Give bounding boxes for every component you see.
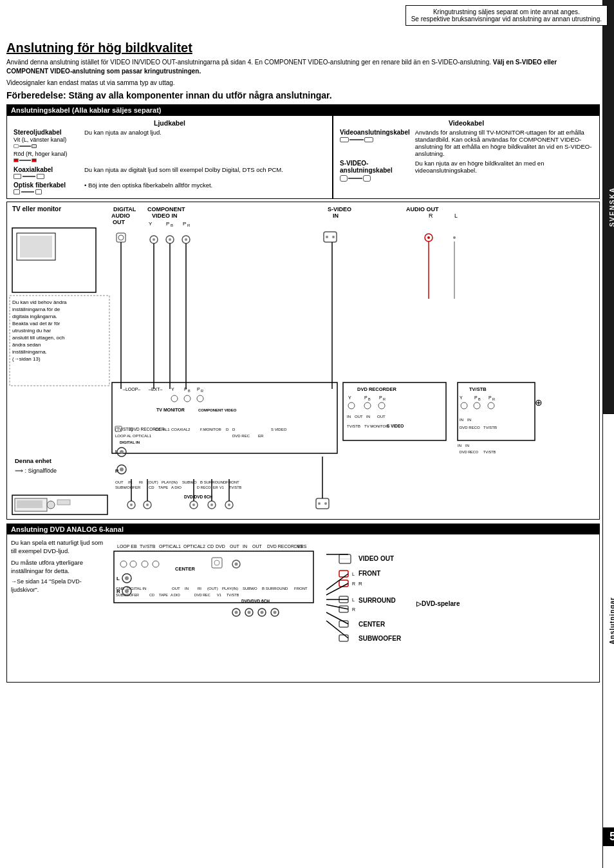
svg-point-220 bbox=[125, 589, 129, 593]
analog-diagram-svg: LOOP EB TV/STB OPTICAL1 OPTICAL2 CD DVD … bbox=[107, 538, 539, 677]
svg-text:B SURROUND: B SURROUND bbox=[262, 587, 288, 590]
cable-table: Anslutningskabel (Alla kablar säljes sep… bbox=[6, 104, 600, 199]
svg-text:B: B bbox=[188, 389, 191, 393]
svg-text:PLAY(IN): PLAY(IN) bbox=[162, 480, 178, 484]
svg-point-33 bbox=[453, 236, 456, 239]
svg-text:OUT: OUT bbox=[230, 544, 240, 549]
svg-text:AUDIO OUT: AUDIO OUT bbox=[406, 206, 439, 212]
svg-text:Beakta vad det är för: Beakta vad det är för bbox=[12, 321, 60, 326]
svg-text:LOOP AL: LOOP AL bbox=[115, 434, 132, 438]
svg-text:FRONT: FRONT bbox=[294, 587, 308, 590]
svg-text:▷DVD-spelare: ▷DVD-spelare bbox=[416, 600, 460, 607]
svg-text:VIDEO IN: VIDEO IN bbox=[152, 212, 178, 219]
analog-body: Du kan spela ett naturligt ljud som till… bbox=[7, 534, 599, 682]
svg-text:B SURROUND: B SURROUND bbox=[200, 480, 227, 484]
svg-text:IN: IN bbox=[467, 418, 471, 422]
svg-text:(OUT): (OUT) bbox=[147, 480, 158, 484]
svg-text:P: P bbox=[488, 395, 492, 400]
svg-text:DVD REC: DVD REC bbox=[232, 434, 250, 438]
svg-text:TV/STB: TV/STB bbox=[229, 486, 242, 489]
svg-text:B: B bbox=[478, 397, 481, 401]
svg-text:OUT: OUT bbox=[377, 415, 386, 419]
svg-text:IN: IN bbox=[333, 212, 339, 219]
svg-text:TAPE: TAPE bbox=[159, 593, 168, 597]
svg-text:(→sidan 13): (→sidan 13) bbox=[12, 356, 41, 362]
svg-line-243 bbox=[326, 574, 348, 590]
svg-point-28 bbox=[326, 236, 328, 238]
svg-text:L: L bbox=[352, 598, 355, 602]
svg-line-247 bbox=[326, 612, 348, 624]
svg-text:AL1: AL1 bbox=[163, 428, 170, 431]
svg-text:A DIO: A DIO bbox=[171, 486, 181, 489]
svg-text:digitala ingångarna.: digitala ingångarna. bbox=[12, 314, 57, 319]
notice-line1: Kringutrustning säljes separat om inte a… bbox=[411, 8, 602, 15]
page-title: Anslutning för hög bildkvalitet bbox=[6, 41, 600, 55]
svg-point-250 bbox=[235, 611, 238, 614]
svg-text:Y: Y bbox=[171, 387, 174, 392]
svg-text:TV/STB: TV/STB bbox=[469, 386, 487, 392]
svg-rect-194 bbox=[212, 558, 222, 568]
svg-text:IN: IN bbox=[243, 544, 247, 549]
svg-text:IN: IN bbox=[465, 444, 469, 448]
svg-point-31 bbox=[427, 236, 430, 239]
svg-text:DIGITAL: DIGITAL bbox=[113, 206, 136, 212]
coaxial-cell: Koaxialkabel bbox=[11, 165, 82, 180]
svg-text:RI: RI bbox=[198, 587, 201, 590]
video-cable-name-cell: Videoanslutningskabel bbox=[337, 127, 413, 158]
svg-text:P: P bbox=[379, 395, 382, 400]
svg-text:V1: V1 bbox=[219, 486, 224, 489]
svg-point-191 bbox=[130, 561, 136, 567]
svg-text:Du kan vid behov ändra: Du kan vid behov ändra bbox=[12, 299, 67, 305]
svenska-label: SVENSKA bbox=[609, 187, 614, 227]
svg-text:S-VIDEO: S-VIDEO bbox=[328, 206, 351, 212]
analog-desc1: Du kan spela ett naturligt ljud som till… bbox=[11, 538, 104, 556]
svg-text:A DIO: A DIO bbox=[171, 593, 180, 597]
svg-rect-226 bbox=[339, 571, 348, 577]
svg-text:DVD REC: DVD REC bbox=[194, 593, 210, 597]
coaxial-icon bbox=[14, 174, 79, 179]
right-sidebar: SVENSKA Anslutningar 5 RQT7996 bbox=[602, 0, 614, 868]
svg-text:OUT: OUT bbox=[115, 480, 124, 484]
svg-point-104 bbox=[378, 402, 385, 409]
svg-text:(OUT): (OUT) bbox=[207, 587, 218, 590]
video-cable-name: Videoanslutningskabel bbox=[340, 129, 410, 136]
svg-point-162 bbox=[146, 504, 149, 506]
svg-text:L: L bbox=[116, 576, 120, 581]
svg-point-24 bbox=[169, 238, 171, 241]
video-cable-col: Videokabel Videoanslutningskabel bbox=[333, 116, 599, 198]
svg-text:R: R bbox=[352, 607, 355, 612]
optical-icon bbox=[14, 189, 79, 194]
svg-text:S VIDEO: S VIDEO bbox=[271, 428, 287, 431]
svg-rect-18 bbox=[20, 236, 52, 258]
audio-cable-table: Stereoljudkabel Vit (L, vänster kanal) bbox=[11, 127, 328, 196]
svg-text:DVD RECO: DVD RECO bbox=[460, 450, 479, 454]
analog-link: →Se sidan 14 "Spela DVD-ljudskivor". bbox=[11, 578, 104, 594]
svg-point-197 bbox=[235, 563, 238, 566]
svg-text:LOOP EB: LOOP EB bbox=[117, 544, 137, 549]
svg-text:ändra sedan: ändra sedan bbox=[12, 342, 41, 348]
svg-text:Y: Y bbox=[348, 395, 351, 400]
svg-point-160 bbox=[130, 504, 133, 506]
svg-text:F.MONITOR: F.MONITOR bbox=[200, 428, 222, 431]
svg-point-20 bbox=[118, 235, 124, 240]
analog-header: Anslutning DVD ANALOG 6-kanal bbox=[7, 524, 599, 534]
svg-line-246 bbox=[326, 605, 348, 609]
svg-point-121 bbox=[488, 402, 494, 409]
svg-text:inställningarna för de: inställningarna för de bbox=[12, 307, 60, 312]
audio-col-header: Ljudkabel bbox=[11, 118, 328, 127]
video-cable-table: Videoanslutningskabel Används för anslut… bbox=[337, 127, 595, 183]
optical-cell: Optisk fiberkabel bbox=[11, 180, 82, 196]
audio-cable-col: Ljudkabel Stereoljudkabel Vit (L, vänste… bbox=[7, 116, 333, 198]
svg-rect-44 bbox=[112, 382, 337, 453]
svg-text:Denna enhet: Denna enhet bbox=[15, 457, 52, 464]
svg-text:CENTER: CENTER bbox=[175, 566, 195, 572]
cable-table-header: Anslutningskabel (Alla kablar säljes sep… bbox=[7, 105, 599, 115]
top-notice: Kringutrustning säljes separat om inte a… bbox=[405, 5, 608, 26]
svg-text:ER: ER bbox=[258, 434, 264, 438]
svg-point-168 bbox=[228, 504, 230, 506]
svg-text:R: R bbox=[116, 589, 120, 594]
optical-desc: • Böj inte den optiska fiberkabeln alltf… bbox=[82, 180, 328, 196]
svg-text:COMPONENT: COMPONENT bbox=[147, 206, 185, 212]
svg-point-164 bbox=[192, 504, 195, 506]
svg-text:SUBWO: SUBWO bbox=[243, 587, 257, 590]
